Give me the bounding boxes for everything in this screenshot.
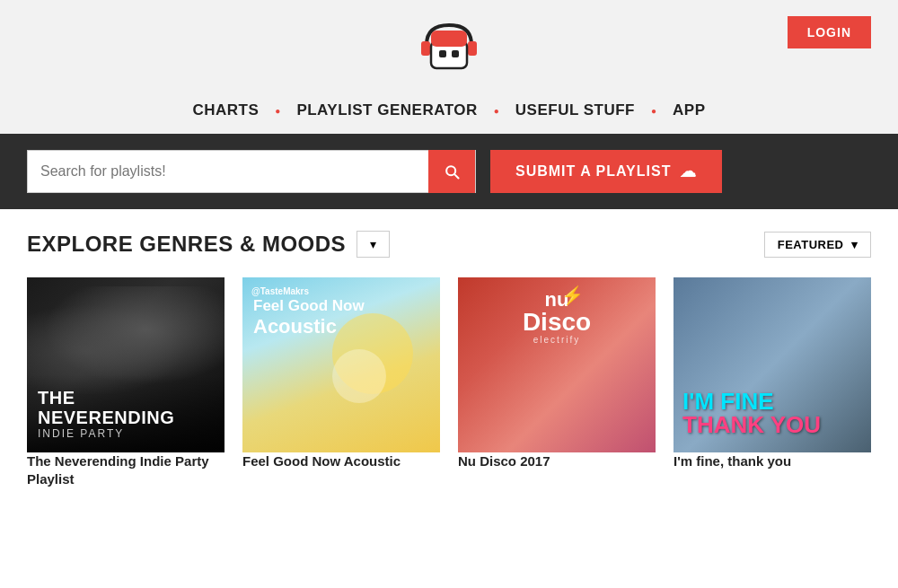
playlist-name-imfine: I'm fine, thank you: [674, 452, 871, 470]
main-nav: CHARTS ● PLAYLIST GENERATOR ● USEFUL STU…: [176, 89, 721, 134]
playlist-card-nudisco[interactable]: nu Disco electrify ⚡ Nu Disco 2017: [458, 277, 656, 487]
svg-rect-5: [452, 50, 459, 57]
featured-chevron-icon: ▾: [851, 238, 858, 251]
playlist-card-neverending[interactable]: THE NEVERENDING INDIE PARTY The Neverend…: [27, 277, 224, 487]
playlist-grid: THE NEVERENDING INDIE PARTY The Neverend…: [27, 277, 871, 487]
thumb-line2: Acoustic: [253, 315, 365, 338]
playlist-name-nudisco: Nu Disco 2017: [458, 452, 656, 470]
svg-rect-3: [431, 31, 467, 47]
imfine-text: I'M FINE THANK YOU: [682, 390, 862, 436]
search-bar-area: SUBMIT A PLAYLIST ☁: [0, 134, 898, 209]
featured-label: FEATURED: [778, 238, 844, 251]
lightning-icon: ⚡: [561, 285, 584, 306]
nav-item-useful-stuff[interactable]: USEFUL STUFF: [499, 101, 651, 119]
section-title: EXPLORE GENRES & MOODS: [27, 232, 346, 257]
disco-label: Disco: [523, 310, 591, 335]
playlist-thumb-neverending: THE NEVERENDING INDIE PARTY: [27, 277, 224, 452]
chevron-down-icon: ▾: [370, 237, 376, 251]
nav-item-playlist-generator[interactable]: PLAYLIST GENERATOR: [280, 101, 493, 119]
playlist-thumb-imfine: I'M FINE THANK YOU: [674, 277, 871, 452]
search-wrapper: [27, 150, 476, 193]
playlist-name-neverending: The Neverending Indie Party Playlist: [27, 452, 224, 487]
nav-item-charts[interactable]: CHARTS: [176, 101, 275, 119]
search-input[interactable]: [28, 163, 428, 180]
thumb-tag: @TasteMakrs: [251, 286, 309, 296]
imfine-line2: THANK YOU: [682, 413, 862, 436]
thumb-title-line1: THE NEVERENDING: [38, 388, 214, 427]
playlist-name-feelgood: Feel Good Now Acoustic: [242, 452, 440, 470]
upload-icon: ☁: [680, 162, 697, 181]
svg-rect-1: [468, 41, 477, 56]
thumb-text: Feel Good Now Acoustic: [253, 297, 365, 339]
logo[interactable]: [418, 16, 480, 78]
section-header: EXPLORE GENRES & MOODS ▾ FEATURED ▾: [27, 231, 871, 258]
submit-playlist-button[interactable]: SUBMIT A PLAYLIST ☁: [490, 150, 722, 193]
playlist-thumb-nudisco: nu Disco electrify ⚡: [458, 277, 656, 452]
logo-icon: [418, 16, 480, 75]
featured-dropdown[interactable]: FEATURED ▾: [764, 232, 871, 258]
nav-item-app[interactable]: APP: [656, 101, 721, 119]
submit-playlist-label: SUBMIT A PLAYLIST: [515, 163, 671, 180]
svg-rect-0: [421, 41, 430, 56]
section-title-group: EXPLORE GENRES & MOODS ▾: [27, 231, 390, 258]
svg-rect-4: [439, 50, 446, 57]
genres-dropdown[interactable]: ▾: [357, 231, 390, 258]
playlist-card-feelgood[interactable]: @TasteMakrs Feel Good Now Acoustic Feel …: [242, 277, 440, 487]
playlist-card-imfine[interactable]: I'M FINE THANK YOU I'm fine, thank you: [674, 277, 871, 487]
header: LOGIN CHARTS ● PLAYLIST GENERATOR ● USEF…: [0, 0, 898, 134]
imfine-line1: I'M FINE: [682, 390, 862, 413]
login-button[interactable]: LOGIN: [788, 16, 871, 48]
search-button[interactable]: [428, 150, 475, 193]
thumb-line1: Feel Good Now: [253, 297, 365, 315]
thumb-title-line2: INDIE PARTY: [38, 427, 214, 440]
thumb-overlay: THE NEVERENDING INDIE PARTY: [27, 375, 224, 452]
playlist-thumb-feelgood: @TasteMakrs Feel Good Now Acoustic: [242, 277, 440, 452]
search-icon: [443, 162, 461, 180]
main-content: EXPLORE GENRES & MOODS ▾ FEATURED ▾ THE …: [0, 209, 898, 514]
circle-light: [332, 349, 386, 403]
electrify-label: electrify: [523, 335, 591, 345]
